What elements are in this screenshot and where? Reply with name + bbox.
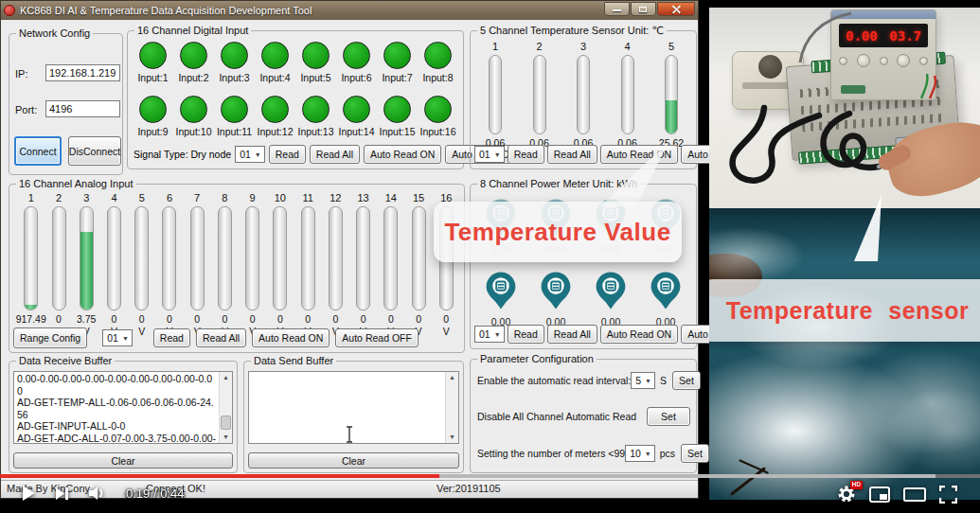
analog-bar xyxy=(329,206,343,310)
theater-mode-button[interactable] xyxy=(903,487,926,502)
analog-value: 0 xyxy=(112,313,117,325)
chevron-down-icon: ▼ xyxy=(645,451,651,457)
fullscreen-button[interactable] xyxy=(939,486,957,504)
channel-number: 10 xyxy=(275,192,286,203)
digital-led-icon xyxy=(261,42,289,69)
set-interval-button[interactable]: Set xyxy=(672,371,701,390)
temp-channel-combo[interactable]: 01 ▼ xyxy=(474,146,505,163)
scroll-down-icon[interactable]: ▼ xyxy=(449,432,455,443)
read-button[interactable]: Read xyxy=(153,328,190,347)
data-receive-panel: Data Receive Buffer 0.00-0.00-0.00-0.00-… xyxy=(9,361,238,473)
video-scene: 0.00 03.7 xyxy=(709,8,980,500)
analog-bar xyxy=(134,206,149,310)
minimize-button[interactable] xyxy=(604,2,630,16)
scroll-down-icon[interactable]: ▼ xyxy=(223,432,229,443)
scroll-thumb[interactable] xyxy=(221,416,231,430)
digital-led-icon xyxy=(302,42,330,69)
read-interval-combo[interactable]: 5 ▼ xyxy=(631,372,655,389)
analog-value: 0 xyxy=(250,313,256,325)
digital-led-label: Input:15 xyxy=(380,126,416,137)
network-config-panel: Network Config IP: Port: Connect DisConn… xyxy=(9,33,123,175)
play-icon xyxy=(21,485,36,502)
auto-read-on-button[interactable]: Auto Read ON xyxy=(364,145,441,164)
channel-number: 3 xyxy=(580,41,586,52)
digital-led-label: Input:14 xyxy=(339,126,375,137)
set-meter-count-button[interactable]: Set xyxy=(681,444,709,463)
auto-read-off-button[interactable]: Auto Read OFF xyxy=(335,328,419,347)
analog-value: 0 xyxy=(222,313,227,325)
play-button[interactable] xyxy=(21,485,36,502)
analog-value: 0 xyxy=(305,313,311,325)
maximize-button[interactable] xyxy=(631,2,656,16)
analog-channel: 70V xyxy=(184,192,211,337)
temperature-bar-fill xyxy=(666,100,677,133)
analog-bar xyxy=(412,206,426,310)
power-meter-combo[interactable]: 01 ▼ xyxy=(474,326,505,343)
digital-led-icon xyxy=(302,96,330,123)
analog-channel-combo[interactable]: 01 ▼ xyxy=(102,329,133,346)
connect-button[interactable]: Connect xyxy=(14,136,62,166)
digital-input-channel: Input:4 xyxy=(255,42,295,83)
temperature-channel: 525.62 xyxy=(650,41,692,149)
ocean-background xyxy=(709,208,980,500)
disconnect-button[interactable]: DisConnect xyxy=(68,136,121,166)
digital-led-label: Input:9 xyxy=(137,126,168,137)
set-disable-button[interactable]: Set xyxy=(647,407,690,426)
channel-number: 2 xyxy=(56,192,62,203)
chevron-down-icon: ▼ xyxy=(255,151,261,158)
signal-type-combo[interactable]: 01 ▼ xyxy=(235,146,265,163)
maximize-icon xyxy=(639,7,647,12)
close-button[interactable] xyxy=(657,2,695,16)
volume-icon xyxy=(88,486,107,501)
temperature-value-callout: Temperature Value xyxy=(434,202,682,262)
send-scrollbar[interactable]: ▲ ▼ xyxy=(445,372,458,443)
meter-count-combo[interactable]: 10 ▼ xyxy=(625,445,655,462)
read-button[interactable]: Read xyxy=(269,145,306,164)
analog-bar xyxy=(383,206,398,310)
next-button[interactable] xyxy=(55,486,69,501)
digital-led-icon xyxy=(343,42,370,69)
port-input[interactable] xyxy=(45,100,120,117)
panel-title: Data Send Buffer xyxy=(251,355,336,366)
volume-button[interactable] xyxy=(88,486,107,501)
scroll-up-icon[interactable]: ▲ xyxy=(449,372,455,383)
clear-send-button[interactable]: Clear xyxy=(248,452,459,469)
range-config-button[interactable]: Range Config xyxy=(13,327,87,348)
auto-read-on-button[interactable]: Auto Read ON xyxy=(600,145,678,164)
analog-channel: 33.75V xyxy=(73,192,100,337)
ip-input[interactable] xyxy=(45,64,120,81)
analog-value: 0 xyxy=(443,313,449,325)
port-label: Port: xyxy=(15,104,37,115)
auto-read-on-button[interactable]: Auto Read ON xyxy=(252,328,330,347)
receive-scrollbar[interactable]: ▲ ▼ xyxy=(219,372,232,443)
read-all-button[interactable]: Read All xyxy=(196,328,246,347)
title-bar: KC868 DI AI & Temperature Data Acquisiti… xyxy=(1,1,698,20)
temperature-bar xyxy=(489,55,502,134)
read-all-button[interactable]: Read All xyxy=(547,145,597,164)
read-all-button[interactable]: Read All xyxy=(547,325,597,344)
read-button[interactable]: Read xyxy=(508,325,544,344)
digital-led-label: Input:11 xyxy=(217,126,252,137)
temperature-sensor-label: Temperature sensor xyxy=(726,297,970,325)
analog-channel: 130V xyxy=(349,192,377,337)
video-progress-bar[interactable] xyxy=(0,474,980,478)
read-all-button[interactable]: Read All xyxy=(310,145,360,164)
read-button[interactable]: Read xyxy=(508,145,544,164)
temperature-channel: 30.06 xyxy=(562,41,604,149)
digital-led-icon xyxy=(139,96,167,123)
video-player-frame: KC868 DI AI & Temperature Data Acquisiti… xyxy=(0,0,980,513)
digital-led-label: Input:3 xyxy=(219,72,249,83)
next-icon xyxy=(55,486,69,501)
channel-number: 1 xyxy=(492,41,498,52)
digital-input-channel: Input:3 xyxy=(214,42,255,83)
fullscreen-icon xyxy=(939,486,957,504)
scroll-up-icon[interactable]: ▲ xyxy=(223,372,229,383)
settings-button[interactable]: HD xyxy=(837,485,856,504)
analog-channel: 1917.49LUX xyxy=(17,192,45,337)
power-meter-channel: 0.00 xyxy=(476,271,526,327)
clear-receive-button[interactable]: Clear xyxy=(13,452,233,469)
auto-read-on-button[interactable]: Auto Read ON xyxy=(600,325,678,344)
miniplayer-button[interactable] xyxy=(869,486,890,503)
receive-buffer-text[interactable]: 0.00-0.00-0.00-0.00-0.00-0.00-0.00-0.00-… xyxy=(13,371,233,444)
power-meter-channel: 0.00 xyxy=(531,271,580,327)
